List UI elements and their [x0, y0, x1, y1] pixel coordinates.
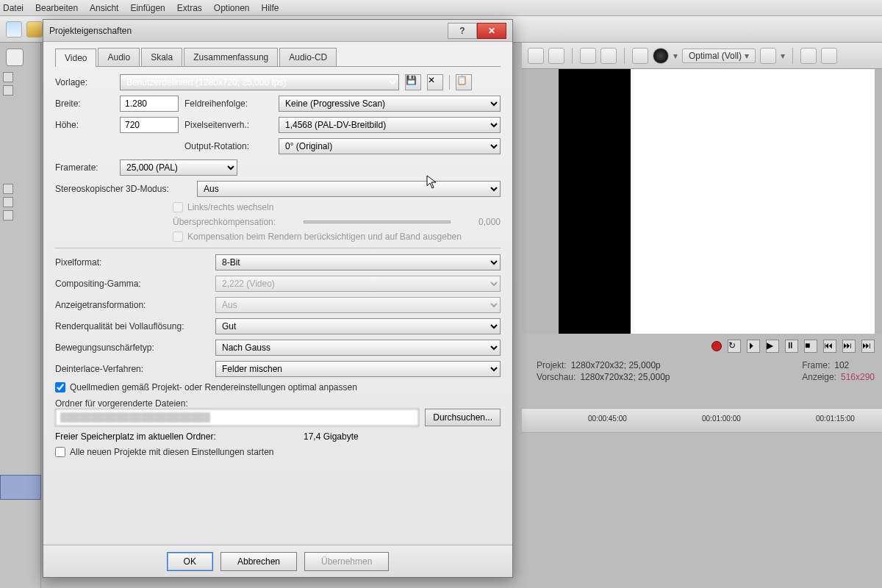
next-icon[interactable]: ⏭ — [842, 340, 856, 353]
frame-label: Frame: — [802, 360, 830, 370]
feldreihenfolge-select[interactable]: Keine (Progressive Scan) — [279, 96, 501, 112]
project-info: Projekt:1280x720x32; 25,000p Vorschau:12… — [537, 360, 875, 390]
gutter-toggle-5[interactable] — [3, 210, 13, 220]
save-frame-icon[interactable] — [821, 48, 837, 64]
hoehe-input[interactable] — [120, 117, 179, 133]
magnifier-icon[interactable] — [6, 49, 24, 66]
gutter-toggle-4[interactable] — [3, 197, 13, 207]
preview-monitor-icon[interactable] — [600, 48, 617, 64]
browse-button[interactable]: Durchsuchen... — [425, 409, 501, 426]
tab-audio-cd[interactable]: Audio-CD — [279, 48, 337, 66]
pixelformat-select[interactable]: 8-Bit — [215, 254, 501, 270]
ordner-label: Ordner für vorgerenderte Dateien: — [55, 398, 501, 409]
pixelseitenverh-select[interactable]: 1,4568 (PAL-DV-Breitbild) — [279, 117, 501, 133]
match-media-icon[interactable]: 📋 — [456, 74, 472, 90]
tab-skala[interactable]: Skala — [141, 48, 182, 66]
menu-datei[interactable]: Datei — [3, 3, 24, 13]
loop-icon[interactable]: ↻ — [728, 340, 741, 353]
uebersprech-slider[interactable] — [304, 220, 451, 223]
delete-template-icon[interactable]: ✕ — [427, 74, 443, 90]
gamma-select: 2,222 (Video) — [215, 276, 501, 292]
close-button[interactable] — [477, 23, 506, 39]
kompensation-checkbox[interactable]: Kompensation beim Rendern berücksichtige… — [173, 232, 501, 242]
output-rotation-select[interactable]: 0° (Original) — [279, 138, 501, 154]
anzeige-value: 516x290 — [841, 372, 875, 382]
tab-audio[interactable]: Audio — [98, 48, 140, 66]
menu-ansicht[interactable]: Ansicht — [90, 3, 118, 13]
stereo-select[interactable]: Aus — [197, 181, 501, 197]
menu-extras[interactable]: Extras — [177, 3, 202, 13]
gamma-label: Compositing-Gamma: — [55, 279, 209, 289]
deinterlace-label: Deinterlace-Verfahren: — [55, 364, 209, 374]
stop-icon[interactable]: ■ — [804, 340, 817, 353]
breite-input[interactable] — [120, 96, 179, 112]
preview-quality-dropdown[interactable]: Optimal (Voll) ▾ — [682, 49, 756, 63]
anzeige-trans-label: Anzeigetransformation: — [55, 300, 209, 310]
copy-frame-icon[interactable] — [800, 48, 817, 64]
framerate-select[interactable]: 25,000 (PAL) — [120, 159, 237, 176]
save-template-icon[interactable]: 💾 — [405, 74, 421, 90]
feldreihenfolge-label: Feldreihenfolge: — [184, 98, 273, 109]
pixelseitenverh-label: Pixelseitenverh.: — [184, 120, 273, 130]
alle-neuen-checkbox[interactable]: Alle neuen Projekte mit diesen Einstellu… — [55, 447, 501, 457]
gutter-toggle-2[interactable] — [3, 85, 13, 96]
wand-icon[interactable] — [548, 48, 564, 64]
uebersprech-label: Übersprechkompensation: — [173, 217, 290, 227]
ok-button[interactable]: OK — [167, 552, 213, 571]
circle-icon[interactable] — [653, 48, 669, 64]
links-rechts-checkbox[interactable]: Links/rechts wechseln — [173, 202, 501, 212]
play-from-start-icon[interactable]: ⏵ — [747, 340, 760, 353]
help-button[interactable] — [448, 23, 477, 39]
vorlage-select[interactable]: Benutzerdefiniert (1280x720; 25,000 fps) — [120, 74, 399, 90]
dialog-footer: OK Abbrechen Übernehmen — [43, 545, 512, 577]
vorschau-label: Vorschau: — [537, 372, 576, 382]
paint-icon[interactable] — [528, 48, 544, 64]
menu-optionen[interactable]: Optionen — [214, 3, 250, 13]
dialog-titlebar[interactable]: Projekteigenschaften — [43, 20, 512, 42]
renderqual-select[interactable]: Gut — [215, 318, 501, 334]
ruler-tick: 00:00:45:00 — [588, 415, 627, 423]
quellmedien-checkbox[interactable]: Quellmedien gemäß Projekt- oder Renderei… — [55, 382, 501, 392]
grid-icon[interactable] — [760, 48, 776, 64]
anzeige-label: Anzeige: — [802, 372, 836, 382]
breite-label: Breite: — [55, 98, 114, 109]
preview-toolbar: ▾ Optimal (Voll) ▾ ▾ — [522, 43, 882, 69]
vorlage-label: Vorlage: — [55, 77, 114, 87]
vorschau-value: 1280x720x32; 25,000p — [580, 372, 670, 382]
new-file-icon[interactable] — [6, 21, 22, 37]
prerender-path-input[interactable] — [55, 409, 419, 426]
menu-einfuegen[interactable]: Einfügen — [130, 3, 165, 13]
anzeige-trans-select: Aus — [215, 297, 501, 313]
bewegung-select[interactable]: Nach Gauss — [215, 340, 501, 356]
deinterlace-select[interactable]: Felder mischen — [215, 361, 501, 377]
menu-bearbeiten[interactable]: Bearbeiten — [35, 3, 78, 13]
freespace-label: Freier Speicherplatz im aktuellen Ordner… — [55, 431, 298, 442]
preview-area — [522, 69, 882, 334]
tab-video[interactable]: Video — [55, 49, 96, 67]
dialog-tabs: Video Audio Skala Zusammenfassung Audio-… — [55, 48, 501, 67]
framerate-label: Framerate: — [55, 162, 114, 173]
prev-icon[interactable]: ⏮ — [823, 340, 836, 353]
dialog-title: Projekteigenschaften — [49, 26, 448, 36]
end-icon[interactable]: ⏭ — [861, 340, 875, 353]
open-file-icon[interactable] — [26, 21, 43, 37]
split-icon[interactable] — [632, 48, 648, 64]
preview-quality-label: Optimal (Voll) — [689, 51, 742, 61]
play-icon[interactable]: ▶ — [766, 340, 779, 353]
tab-zusammenfassung[interactable]: Zusammenfassung — [184, 48, 278, 66]
pause-icon[interactable]: ⏸ — [785, 340, 798, 353]
hoehe-label: Höhe: — [55, 120, 114, 130]
ruler-tick: 00:01:15:00 — [816, 415, 855, 423]
cancel-button[interactable]: Abbrechen — [220, 552, 297, 571]
menu-hilfe[interactable]: Hilfe — [262, 3, 279, 13]
gutter-toggle-3[interactable] — [3, 184, 13, 194]
renderqual-label: Renderqualität bei Vollauflösung: — [55, 321, 209, 331]
timeline-ruler[interactable]: 00:00:45:00 00:01:00:00 00:01:15:00 — [522, 408, 882, 433]
uebersprech-value: 0,000 — [464, 217, 501, 227]
record-icon[interactable] — [711, 341, 722, 351]
gutter-toggle-1[interactable] — [3, 72, 13, 82]
preview-config-icon[interactable] — [580, 48, 596, 64]
track-header[interactable] — [0, 475, 41, 500]
bewegung-label: Bewegungsunschärfetyp: — [55, 343, 209, 353]
ruler-tick: 00:01:00:00 — [702, 415, 741, 423]
